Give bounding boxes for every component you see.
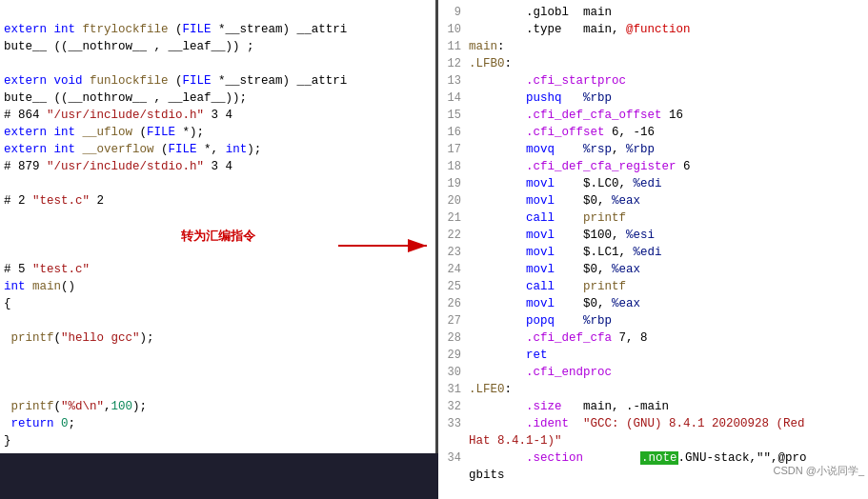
left-code-line: # 879 "/usr/include/stdio.h" 3 4	[0, 158, 435, 175]
left-code-line: extern void funlockfile (FILE *__stream)…	[0, 72, 435, 90]
right-code-line: 27 popq %rbp	[438, 312, 868, 329]
left-code-line: bute__ ((__nothrow__ , __leaf__));	[0, 90, 435, 107]
right-code-line: 12.LFB0:	[438, 55, 868, 72]
left-code-line	[0, 312, 435, 329]
left-code-line: return 0;	[0, 415, 435, 432]
right-code-line: 30 .cfi_endproc	[438, 364, 868, 381]
left-panel: extern int ftrylockfile (FILE *__stream)…	[0, 0, 438, 499]
left-code-line: }	[0, 432, 435, 449]
right-panel: 9 .globl main10 .type main, @function11m…	[438, 0, 868, 499]
left-code-line: extern int __overflow (FILE *, int);	[0, 141, 435, 158]
right-code-line: 29 ret	[438, 347, 868, 364]
left-code-line	[0, 244, 435, 261]
right-code-line: 24 movl $0, %eax	[438, 261, 868, 278]
left-code-line: int main()	[0, 278, 435, 295]
right-code-line: 32 .size main, .-main	[438, 398, 868, 415]
left-code-line	[0, 227, 435, 244]
right-code-line: 11main:	[438, 38, 868, 55]
left-code-line: # 2 "test.c" 2	[0, 192, 435, 210]
right-code-line: 17 movq %rsp, %rbp	[438, 141, 868, 158]
right-code-line: 13 .cfi_startproc	[438, 72, 868, 90]
watermark: CSDN @小说同学_	[773, 464, 864, 478]
left-code-line	[0, 175, 435, 192]
left-code-line: bute__ ((__nothrow__ , __leaf__)) ;	[0, 38, 435, 55]
left-code-line: # 5 "test.c"	[0, 261, 435, 278]
left-code-line: printf("hello gcc");	[0, 329, 435, 347]
left-code-line	[0, 55, 435, 72]
right-code-line: 28 .cfi_def_cfa 7, 8	[438, 329, 868, 347]
right-code-line: 16 .cfi_offset 6, -16	[438, 124, 868, 141]
right-code-line: 31.LFE0:	[438, 381, 868, 398]
left-code-line	[0, 347, 435, 364]
right-code-line: 9 .globl main	[438, 4, 868, 21]
right-code-line: 23 movl $.LC1, %edi	[438, 244, 868, 261]
left-code-line	[0, 210, 435, 227]
right-code-line: 15 .cfi_def_cfa_offset 16	[438, 107, 868, 124]
right-code-line: 10 .type main, @function	[438, 21, 868, 38]
left-code-line	[0, 4, 435, 21]
right-code-line: 14 pushq %rbp	[438, 90, 868, 107]
left-code-line	[0, 364, 435, 381]
right-code-line: 18 .cfi_def_cfa_register 6	[438, 158, 868, 175]
right-code-line: 21 call printf	[438, 210, 868, 227]
left-code-line: extern int ftrylockfile (FILE *__stream)…	[0, 21, 435, 38]
left-code-line: printf("%d\n",100);	[0, 398, 435, 415]
left-code-line: extern int __uflow (FILE *);	[0, 124, 435, 141]
left-code-line: {	[0, 295, 435, 312]
right-code-line: Hat 8.4.1-1)"	[438, 432, 868, 449]
right-code-line: 22 movl $100, %esi	[438, 227, 868, 244]
left-code-line	[0, 381, 435, 398]
right-code-line: 26 movl $0, %eax	[438, 295, 868, 312]
right-code-line: 25 call printf	[438, 278, 868, 295]
left-code-line: # 864 "/usr/include/stdio.h" 3 4	[0, 107, 435, 124]
right-code-line: 19 movl $.LC0, %edi	[438, 175, 868, 192]
right-code-line: 20 movl $0, %eax	[438, 192, 868, 210]
right-code-line: 33 .ident "GCC: (GNU) 8.4.1 20200928 (Re…	[438, 415, 868, 432]
